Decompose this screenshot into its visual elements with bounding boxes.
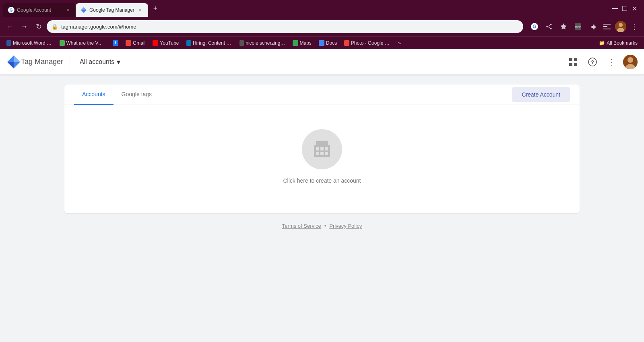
- bookmark-vario-label: What are the Vario...: [66, 40, 106, 46]
- bookmark-photo-favicon: [344, 40, 349, 46]
- svg-text:?: ?: [591, 59, 594, 65]
- header-divider: [70, 56, 70, 68]
- create-account-button[interactable]: Create Account: [512, 87, 570, 102]
- new-tab-button[interactable]: +: [150, 3, 161, 14]
- bookmark-hiring-label: Hiring: Content cre...: [193, 40, 232, 46]
- privacy-policy-link[interactable]: Privacy Policy: [329, 223, 362, 229]
- all-accounts-button[interactable]: All accounts ▾: [76, 55, 124, 69]
- tag-manager-header: Tag Manager All accounts ▾: [0, 49, 644, 75]
- bookmark-star-icon[interactable]: [557, 20, 570, 33]
- bookmark-docs[interactable]: Docs: [316, 39, 340, 47]
- bookmark-gmail-label: Gmail: [133, 40, 145, 46]
- svg-rect-30: [316, 147, 319, 150]
- svg-rect-22: [574, 63, 577, 66]
- bookmark-nicole-favicon: [239, 40, 244, 46]
- address-bar[interactable]: 🔒 tagmanager.google.com/#/home: [47, 20, 523, 33]
- more-vert-icon[interactable]: ⋮: [604, 54, 620, 70]
- svg-rect-29: [316, 141, 328, 146]
- tab-tag-manager[interactable]: Google Tag Manager ✕: [76, 3, 148, 17]
- tab-google-account[interactable]: G Google Account ✕: [3, 3, 76, 17]
- browser-profile-avatar[interactable]: [615, 21, 626, 32]
- tag-manager-logo: [6, 55, 21, 69]
- bookmark-photo[interactable]: Photo - Google Ph...: [341, 39, 393, 47]
- svg-rect-35: [325, 152, 328, 155]
- bookmark-word-label: Microsoft Word sho...: [13, 40, 52, 46]
- tab-accounts[interactable]: Accounts: [74, 84, 114, 105]
- back-button[interactable]: ←: [3, 20, 16, 33]
- bookmark-word[interactable]: Microsoft Word sho...: [3, 39, 56, 47]
- tab-google-tags-label: Google tags: [122, 91, 152, 97]
- bookmark-photo-label: Photo - Google Ph...: [351, 40, 390, 46]
- svg-rect-21: [569, 63, 572, 66]
- bookmark-word-favicon: [6, 40, 11, 46]
- svg-rect-32: [325, 147, 328, 150]
- bookmark-hiring[interactable]: Hiring: Content cre...: [183, 39, 235, 47]
- bookmark-docs-label: Docs: [326, 40, 337, 46]
- bookmark-youtube[interactable]: YouTube: [149, 39, 182, 47]
- all-bookmarks-item[interactable]: 📁 All Bookmarks: [596, 39, 641, 47]
- bookmarks-folder-icon: 📁: [599, 40, 605, 46]
- bookmark-gmail-favicon: [126, 40, 131, 46]
- bookmark-vario[interactable]: What are the Vario...: [56, 39, 109, 47]
- bookmark-maps[interactable]: Maps: [289, 39, 315, 47]
- svg-marker-17: [14, 56, 20, 62]
- empty-state: Click here to create an account: [64, 105, 580, 208]
- extensions-off-icon[interactable]: OFF: [572, 20, 584, 33]
- close-browser-button[interactable]: ✕: [631, 5, 638, 12]
- svg-rect-28: [314, 145, 330, 157]
- tab-google-account-title: Google Account: [17, 7, 51, 13]
- bookmark-nicole[interactable]: nicole scherzinger a...: [236, 39, 289, 47]
- bookmark-youtube-label: YouTube: [160, 40, 179, 46]
- tab-google-tags[interactable]: Google tags: [114, 84, 160, 105]
- empty-state-icon: [302, 129, 342, 169]
- maximize-button[interactable]: [621, 5, 628, 12]
- minimize-button[interactable]: [612, 5, 618, 12]
- tag-manager-title: Tag Manager: [21, 58, 63, 66]
- terms-of-service-link[interactable]: Terms of Service: [282, 223, 321, 229]
- footer-separator: •: [324, 223, 326, 229]
- svg-rect-20: [574, 58, 577, 61]
- help-icon[interactable]: ?: [584, 54, 601, 70]
- main-panel: Accounts Google tags Create Account: [0, 75, 644, 342]
- svg-point-26: [627, 57, 633, 63]
- lock-icon: 🔒: [52, 24, 58, 30]
- content-card: Accounts Google tags Create Account: [64, 84, 580, 213]
- tag-manager-favicon: [80, 7, 87, 13]
- footer: Terms of Service • Privacy Policy: [272, 213, 372, 239]
- sidebar-toggle-icon[interactable]: [601, 20, 613, 33]
- all-bookmarks-label: All Bookmarks: [607, 40, 638, 46]
- svg-rect-33: [316, 152, 319, 155]
- tab-accounts-label: Accounts: [82, 91, 105, 97]
- bookmark-gmail[interactable]: Gmail: [122, 39, 149, 47]
- bookmarks-more-button[interactable]: »: [396, 39, 403, 47]
- svg-text:G: G: [533, 24, 536, 29]
- svg-rect-4: [612, 8, 618, 9]
- extensions-icon[interactable]: [586, 20, 599, 33]
- reload-button[interactable]: ↻: [32, 20, 45, 33]
- close-tab-tag-manager[interactable]: ✕: [137, 7, 143, 13]
- close-tab-google-account[interactable]: ✕: [64, 7, 71, 13]
- bookmark-youtube-favicon: [153, 40, 158, 46]
- bookmark-facebook-favicon: f: [113, 40, 118, 46]
- user-profile-avatar[interactable]: [623, 55, 638, 69]
- tab-tag-manager-title: Google Tag Manager: [89, 7, 134, 13]
- chrome-menu-icon[interactable]: ⋮: [628, 20, 641, 33]
- svg-rect-10: [603, 24, 611, 25]
- forward-button[interactable]: →: [18, 20, 31, 33]
- bookmark-facebook[interactable]: f: [109, 39, 122, 47]
- svg-rect-34: [320, 152, 324, 155]
- bookmark-hiring-favicon: [186, 40, 191, 46]
- share-icon[interactable]: [543, 20, 555, 33]
- svg-rect-11: [603, 26, 607, 27]
- all-accounts-label: All accounts: [80, 58, 114, 66]
- grid-view-icon[interactable]: [565, 54, 581, 70]
- card-header: Accounts Google tags Create Account: [64, 84, 580, 105]
- card-tabs: Accounts Google tags: [74, 84, 160, 105]
- google-account-icon[interactable]: G: [528, 20, 541, 33]
- bookmark-nicole-label: nicole scherzinger a...: [246, 40, 285, 46]
- svg-rect-12: [603, 29, 611, 29]
- svg-marker-3: [81, 7, 87, 10]
- bookmark-maps-favicon: [293, 40, 298, 46]
- empty-state-text[interactable]: Click here to create an account: [283, 177, 361, 184]
- svg-rect-5: [622, 6, 627, 11]
